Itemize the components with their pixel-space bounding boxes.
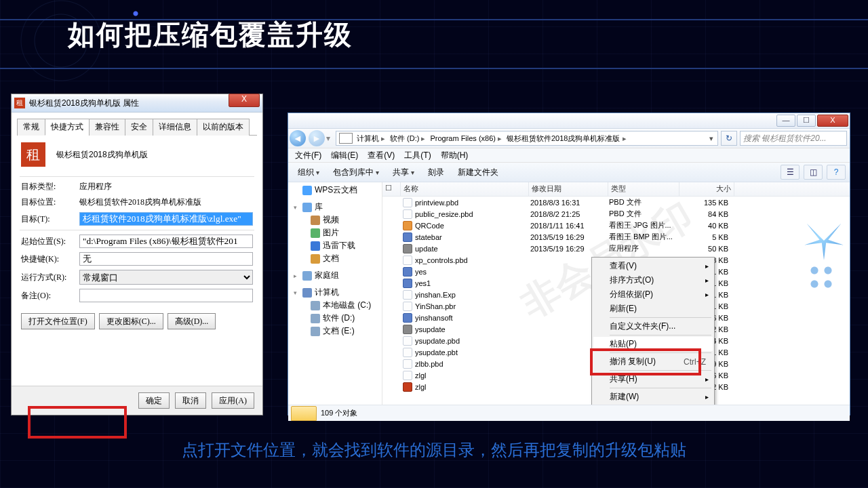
tab-0[interactable]: 常规 — [17, 119, 45, 136]
tab-1[interactable]: 快捷方式 — [45, 119, 90, 136]
menu-bar: 文件(F)编辑(E)查看(V)工具(T)帮助(H) — [288, 148, 850, 163]
sidebar-item[interactable]: ▾计算机 — [288, 286, 382, 299]
decorative-dots — [806, 262, 846, 293]
label-run: 运行方式(R): — [21, 272, 79, 283]
label-target: 目标(T): — [21, 214, 79, 225]
column-name[interactable]: 名称 — [401, 182, 529, 196]
organize-button[interactable]: 组织 — [292, 165, 325, 180]
input-hotkey[interactable] — [79, 252, 253, 266]
include-in-library-button[interactable]: 包含到库中 — [328, 165, 384, 180]
file-row[interactable]: statebar2013/5/19 16:29看图王 BMP 图片...5 KB — [382, 231, 850, 243]
menu-item[interactable]: 编辑(E) — [327, 149, 362, 162]
help-button[interactable]: ? — [827, 165, 846, 180]
tab-5[interactable]: 以前的版本 — [197, 119, 250, 136]
breadcrumb-item[interactable]: 银杉租赁软件2018戌狗单机标准版 — [505, 134, 621, 144]
input-start-in[interactable] — [79, 235, 253, 248]
app-name: 银杉租赁2018戌狗单机版 — [56, 149, 148, 161]
label-start-in: 起始位置(S): — [21, 236, 79, 247]
sidebar-item[interactable]: 迅雷下载 — [288, 239, 382, 252]
sidebar-item[interactable]: WPS云文档 — [288, 184, 382, 197]
address-bar[interactable]: 计算机软件 (D:)Program Files (x86)银杉租赁软件2018戌… — [336, 131, 718, 146]
menu-item[interactable]: 帮助(H) — [437, 149, 473, 162]
context-menu: 查看(V)排序方式(O)分组依据(P)刷新(E)自定义文件夹(F)...粘贴(P… — [591, 257, 715, 405]
sidebar-item[interactable]: 图片 — [288, 226, 382, 239]
preview-pane-button[interactable]: ◫ — [804, 165, 823, 180]
context-menu-item[interactable]: 自定义文件夹(F)... — [593, 319, 713, 333]
nav-forward-button[interactable]: ► — [309, 130, 325, 146]
context-menu-item[interactable]: 共享(H) — [593, 372, 713, 386]
breadcrumb-item[interactable]: 计算机 — [355, 134, 389, 144]
context-menu-item[interactable]: 刷新(E) — [593, 302, 713, 316]
properties-dialog: 租 银杉租赁2018戌狗单机版 属性 X 常规快捷方式兼容性安全详细信息以前的版… — [11, 94, 263, 415]
sidebar-item[interactable]: ▾库 — [288, 201, 382, 214]
app-large-icon: 租 — [21, 142, 45, 167]
slide-caption: 点打开文件位置，就会找到软件的源目录，然后再把复制的升级包粘贴 — [0, 439, 868, 461]
input-comment[interactable] — [79, 289, 253, 302]
label-target-type: 目标类型: — [21, 181, 79, 192]
context-menu-item[interactable]: 查看(V) — [593, 259, 713, 273]
app-icon: 租 — [14, 98, 25, 108]
open-file-location-button[interactable]: 打开文件位置(F) — [21, 313, 95, 329]
explorer-window: — ☐ X ◄ ► ▾ 计算机软件 (D:)Program Files (x86… — [288, 113, 850, 415]
file-row[interactable]: printview.pbd2018/8/3 16:31PBD 文件135 KB — [382, 197, 850, 208]
view-options-button[interactable]: ☰ — [781, 165, 800, 180]
tab-3[interactable]: 安全 — [125, 119, 153, 136]
breadcrumb-item[interactable]: 软件 (D:) — [389, 134, 429, 144]
label-hotkey: 快捷键(K): — [21, 253, 79, 265]
status-text: 109 个对象 — [321, 408, 357, 418]
properties-title: 银杉租赁2018戌狗单机版 属性 — [29, 98, 139, 109]
value-target-type: 应用程序 — [79, 181, 253, 192]
close-button[interactable]: X — [229, 94, 260, 107]
column-date[interactable]: 修改日期 — [529, 182, 608, 196]
label-target-loc: 目标位置: — [21, 197, 79, 208]
cancel-button[interactable]: 取消 — [175, 392, 206, 409]
properties-tabs: 常规快捷方式兼容性安全详细信息以前的版本 — [17, 118, 257, 136]
close-window-button[interactable]: X — [817, 115, 848, 127]
menu-item[interactable]: 文件(F) — [291, 149, 326, 162]
sidebar-item[interactable]: ▸家庭组 — [288, 269, 382, 282]
label-comment: 备注(O): — [21, 290, 79, 302]
column-type[interactable]: 类型 — [608, 182, 679, 196]
apply-button[interactable]: 应用(A) — [212, 392, 254, 409]
change-icon-button[interactable]: 更改图标(C)... — [99, 313, 163, 329]
column-checkbox[interactable]: ☐ — [382, 182, 401, 196]
select-run[interactable]: 常规窗口 — [79, 270, 253, 285]
file-list: 非会员水印 ☐ 名称 修改日期 类型 大小 printview.pbd2018/… — [382, 182, 850, 405]
advanced-button[interactable]: 高级(D)... — [167, 313, 216, 329]
maximize-button[interactable]: ☐ — [797, 115, 816, 127]
context-menu-item[interactable]: 分组依据(P) — [593, 287, 713, 302]
search-box[interactable]: 搜索 银杉租赁软件20... — [740, 131, 847, 146]
share-button[interactable]: 共享 — [387, 165, 420, 180]
nav-back-button[interactable]: ◄ — [290, 130, 306, 146]
sidebar-item[interactable]: 本地磁盘 (C:) — [288, 299, 382, 312]
column-size[interactable]: 大小 — [679, 182, 734, 196]
context-menu-item[interactable]: 撤消 复制(U)Ctrl+Z — [593, 354, 713, 369]
file-row[interactable]: public_resize.pbd2018/8/2 21:25PBD 文件84 … — [382, 208, 850, 220]
menu-item[interactable]: 查看(V) — [363, 149, 399, 162]
slide-title: 如何把压缩包覆盖升级 — [68, 16, 353, 54]
refresh-button[interactable]: ↻ — [721, 131, 737, 146]
context-menu-item[interactable]: 粘贴(P) — [593, 337, 713, 351]
menu-item[interactable]: 工具(T) — [400, 149, 435, 162]
sidebar-item[interactable]: 视频 — [288, 214, 382, 226]
file-row[interactable]: QRCode2018/1/11 16:41看图王 JPG 图片...40 KB — [382, 220, 850, 231]
ok-button[interactable]: 确定 — [138, 392, 170, 409]
new-folder-button[interactable]: 新建文件夹 — [452, 165, 504, 180]
sidebar-item[interactable]: 文档 (E:) — [288, 325, 382, 338]
burn-button[interactable]: 刻录 — [422, 165, 450, 180]
tab-2[interactable]: 兼容性 — [89, 119, 125, 136]
sidebar-item[interactable]: 文档 — [288, 252, 382, 265]
file-row[interactable]: update2013/5/19 16:29应用程序50 KB — [382, 243, 850, 254]
nav-pane: WPS云文档▾库视频图片迅雷下载文档▸家庭组▾计算机本地磁盘 (C:)软件 (D… — [288, 182, 382, 405]
context-menu-item[interactable]: 新建(W) — [593, 390, 713, 404]
context-menu-item[interactable]: 排序方式(O) — [593, 273, 713, 287]
value-target-loc: 银杉租赁软件2018戌狗单机标准版 — [79, 197, 253, 208]
input-target[interactable] — [79, 212, 253, 226]
breadcrumb-item[interactable]: Program Files (x86) — [429, 134, 505, 143]
tab-4[interactable]: 详细信息 — [153, 119, 197, 136]
toolbar: 组织 包含到库中 共享 刻录 新建文件夹 ☰ ◫ ? — [288, 163, 850, 182]
folder-icon — [291, 406, 317, 421]
sidebar-item[interactable]: 软件 (D:) — [288, 312, 382, 325]
minimize-button[interactable]: — — [776, 115, 795, 127]
